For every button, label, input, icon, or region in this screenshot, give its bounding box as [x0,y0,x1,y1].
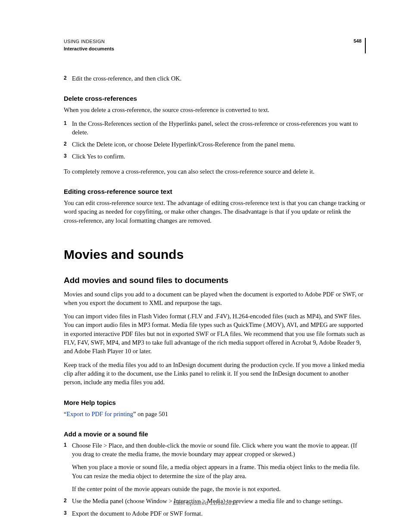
step-subtext: If the center point of the movie appears… [72,485,366,493]
body-text: Movies and sound clips you add to a docu… [64,290,366,308]
body-text: When you delete a cross-reference, the s… [64,106,366,114]
step-number: 3 [64,152,67,160]
step-text: Choose File > Place, and then double-cli… [72,442,357,457]
running-header: USING INDESIGN Interactive documents 548 [64,38,366,53]
delete-steps-list: 1 In the Cross-References section of the… [64,119,366,161]
step-number: 1 [64,119,67,128]
help-link-suffix: ” on page 501 [133,411,168,417]
step-text: In the Cross-References section of the H… [72,120,358,136]
help-link[interactable]: Export to PDF for printing [66,411,133,417]
page-number-block: 548 [354,38,366,53]
intro-step-list: 2 Edit the cross-reference, and then cli… [64,74,366,83]
step-number: 2 [64,74,67,82]
list-item: 1 In the Cross-References section of the… [64,119,366,137]
header-title-block: USING INDESIGN Interactive documents [64,38,114,52]
body-text: You can edit cross-reference source text… [64,199,366,225]
list-item: 1 Choose File > Place, and then double-c… [64,441,366,493]
step-subtext: When you place a movie or sound file, a … [72,463,366,480]
help-link-line: “Export to PDF for printing” on page 501 [64,410,366,418]
section-heading-help: More Help topics [64,398,366,407]
header-rule [365,38,366,53]
section-heading-add-file: Add a movie or a sound file [64,429,366,439]
footer-updated: Last updated 11/16/2011 [0,499,411,507]
list-item: 2 Click the Delete icon, or choose Delet… [64,140,366,149]
step-text: Export the document to Adobe PDF or SWF … [72,510,202,517]
section-heading-editing: Editing cross-reference source text [64,187,366,196]
section-heading-delete: Delete cross-references [64,94,366,103]
step-text: Click Yes to confirm. [72,153,125,160]
step-number: 2 [64,140,67,148]
doc-title: USING INDESIGN [64,38,114,45]
chapter-heading: Movies and sounds [64,246,366,264]
step-number: 3 [64,509,67,517]
list-item: 2 Edit the cross-reference, and then cli… [64,74,366,83]
step-text: Edit the cross-reference, and then click… [72,75,181,82]
body-text: You can import video files in Flash Vide… [64,312,366,355]
list-item: 3 Click Yes to confirm. [64,152,366,161]
body-text: To completely remove a cross-reference, … [64,167,366,176]
step-text: Click the Delete icon, or choose Delete … [72,141,295,148]
step-number: 1 [64,441,67,449]
list-item: 3 Export the document to Adobe PDF or SW… [64,509,366,518]
chapter-title: Interactive documents [64,45,114,53]
body-text: Keep track of the media files you add to… [64,361,366,387]
page-number: 548 [354,38,361,44]
section-heading-add-media: Add movies and sound files to documents [64,275,366,286]
